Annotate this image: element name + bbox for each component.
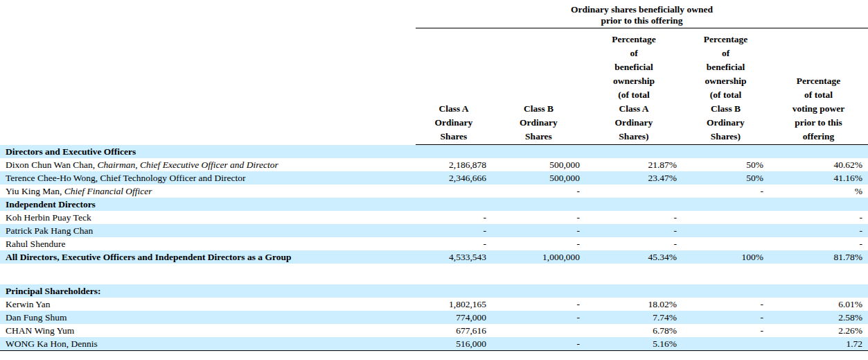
value-cell: 5.16% [585,337,682,351]
row-label: Directors and Executive Officers [0,145,416,159]
value-cell: 516,000 [416,337,492,351]
value-cell: - [769,224,868,237]
value-cell: 6.01% [769,298,868,311]
table-row: Rahul Shendure - - - - [0,237,868,250]
section-row: Principal Shareholders: [0,284,868,298]
value-cell: - [769,211,868,224]
row-label-text: Principal Shareholders: [6,286,100,296]
value-cell: - [682,298,769,311]
section-row: Independent Directors [0,198,868,211]
table-row: Yiu King Man, Chief Financial Officer - … [0,185,868,198]
value-cell [492,284,585,298]
value-cell: 40.62% [769,158,868,171]
row-label-text: Patrick Pak Hang Chan [6,225,93,236]
table-row: Patrick Pak Hang Chan - - - - [0,224,868,237]
row-label-text: Independent Directors [6,199,96,209]
value-cell: 23.47% [585,171,682,185]
row-label-text: Terence Chee-Ho Wong, Chief Technology O… [6,173,245,183]
column-header-pct-class-b: Percentage of beneficial ownership (of t… [682,28,769,145]
value-cell: - [682,324,769,337]
value-cell: 2,186,878 [416,158,492,171]
value-cell: 2.58% [769,311,868,324]
column-header-class-b: Class B Ordinary Shares [492,28,585,145]
value-cell: 18.02% [585,298,682,311]
value-cell [416,198,492,211]
row-label: WONG Ka Hon, Dennis [0,337,416,351]
section-row: Directors and Executive Officers [0,145,868,159]
value-cell [769,145,868,159]
value-cell: - [769,237,868,250]
value-cell [585,145,682,159]
value-cell [585,198,682,211]
row-label: All Directors, Executive Officers and In… [0,250,416,264]
row-label-text: Koh Herbin Puay Teck [6,212,91,223]
value-cell [492,145,585,159]
row-label-text: WONG Ka Hon, Dennis [6,338,98,349]
value-cell: 2.26% [769,324,868,337]
column-header-name [0,28,416,145]
value-cell: 500,000 [492,171,585,185]
value-cell: - [416,211,492,224]
row-label-text: CHAN Wing Yum [6,325,74,336]
value-cell: 1,000,000 [492,250,585,264]
value-cell: - [492,211,585,224]
span-header-row: Ordinary shares beneficially owned prior… [0,0,868,28]
table-row: Dixon Chun Wan Chan, Chairman, Chief Exe… [0,158,868,171]
value-cell: 50% [682,171,769,185]
value-cell: - [492,237,585,250]
spacer-cell [0,264,868,284]
value-cell [416,185,492,198]
value-cell [682,237,769,250]
table-row: Dan Fung Shum 774,000 - 7.74% - 2.58% [0,311,868,324]
value-cell [682,145,769,159]
row-label-text: Rahul Shendure [6,239,66,249]
row-label-text: Dixon Chun Wan Chan, [6,160,95,170]
table-row: Kerwin Yan 1,802,165 - 18.02% - 6.01% [0,298,868,311]
value-cell [416,284,492,298]
value-cell: - [585,224,682,237]
spacer-row [0,264,868,284]
row-label-text: Directors and Executive Officers [6,146,136,157]
value-cell: - [416,224,492,237]
value-cell [416,145,492,159]
ownership-table: Ordinary shares beneficially owned prior… [0,0,868,351]
ownership-document: Ordinary shares beneficially owned prior… [0,0,868,351]
column-header-pct-class-a: Percentage of beneficial ownership (of t… [585,28,682,145]
value-cell: 1.72 [769,337,868,351]
value-cell: - [585,211,682,224]
value-cell: - [682,185,769,198]
table-row: WONG Ka Hon, Dennis 516,000 - 5.16% 1.72 [0,337,868,351]
row-label-text: Kerwin Yan [6,299,51,309]
value-cell [585,185,682,198]
row-label: Yiu King Man, Chief Financial Officer [0,185,416,198]
value-cell: - [492,185,585,198]
value-cell [769,198,868,211]
value-cell: 774,000 [416,311,492,324]
row-label: Dixon Chun Wan Chan, Chairman, Chief Exe… [0,158,416,171]
row-label: Koh Herbin Puay Teck [0,211,416,224]
value-cell: - [492,224,585,237]
value-cell: 81.78% [769,250,868,264]
value-cell [682,211,769,224]
row-label-text: All Directors, Executive Officers and In… [6,252,291,262]
value-cell [585,284,682,298]
row-label-text: Dan Fung Shum [6,312,67,323]
value-cell: 45.34% [585,250,682,264]
value-cell [769,284,868,298]
value-cell [492,198,585,211]
table-row: CHAN Wing Yum 677,616 6.78% - 2.26% [0,324,868,337]
value-cell [682,337,769,351]
row-label: Principal Shareholders: [0,284,416,298]
value-cell: 2,346,666 [416,171,492,185]
value-cell: 4,533,543 [416,250,492,264]
value-cell: 677,616 [416,324,492,337]
value-cell [492,324,585,337]
value-cell: 1,802,165 [416,298,492,311]
row-label: Rahul Shendure [0,237,416,250]
value-cell [682,198,769,211]
row-label-text: Yiu King Man, [6,186,62,196]
row-label: CHAN Wing Yum [0,324,416,337]
column-header-class-a: Class A Ordinary Shares [416,28,492,145]
column-header-voting-power: Percentage of total voting power prior t… [769,28,868,145]
span-header-spacer [0,0,416,28]
